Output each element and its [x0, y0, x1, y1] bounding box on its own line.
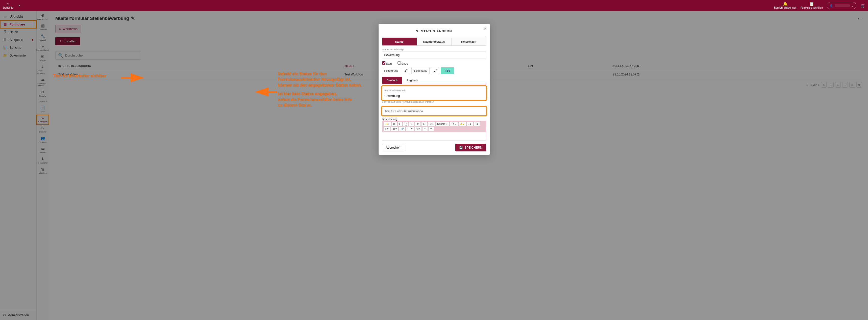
user-menu[interactable]: 👤 ⌄ — [827, 2, 857, 9]
rte-table[interactable]: ▦ ▾ — [391, 127, 399, 131]
rte-ol[interactable]: 1≡ — [473, 122, 480, 126]
annotation-left: Titel für Mitarbeiter sichtbar — [53, 73, 106, 79]
rte-sub[interactable]: X₂ — [421, 122, 428, 126]
save-icon: 💾 — [459, 146, 463, 150]
rte-size[interactable]: 14 ▾ — [450, 122, 458, 126]
rte-body[interactable] — [382, 132, 486, 141]
font-color-field[interactable]: Schriftfarbe — [411, 67, 430, 74]
cb-end-label: Ende — [402, 62, 408, 65]
checkbox-end[interactable] — [398, 61, 401, 65]
cart-icon[interactable]: 🛒 — [861, 3, 866, 8]
rte-clear[interactable]: ⌫ — [428, 122, 435, 126]
rte-link[interactable]: 🔗 — [399, 127, 406, 131]
rte-toolbar: ✨▾ B I U S X² X₂ ⌫ Roboto ▾ 14 ▾ A ▾ • ≡… — [382, 121, 486, 132]
lang-englisch[interactable]: Englisch — [402, 77, 423, 84]
checkbox-start-wrap[interactable]: Start — [382, 61, 392, 65]
user-name-blurred — [835, 4, 850, 7]
pencil-icon: ✎ — [416, 29, 419, 33]
modal-tabs: Status Nachfolgestatus Referenzen — [382, 38, 486, 46]
topbar: ⌂ Startseite 🔔 Benachrichtigungen 📋 Form… — [0, 0, 868, 11]
rte-undo[interactable]: ↶ — [422, 127, 428, 131]
annotation-right: Sobald ein Status für den Formularausfül… — [278, 71, 384, 108]
rte-font[interactable]: Roboto ▾ — [435, 122, 449, 126]
titel-formausfull-input[interactable] — [382, 108, 486, 115]
title-preview-chip: Title — [441, 67, 454, 74]
tab-referenzen[interactable]: Referenzen — [451, 38, 486, 45]
checkbox-end-wrap[interactable]: Ende — [398, 61, 408, 65]
fill-forms-label: Formulare ausfüllen — [801, 6, 823, 9]
rte-ul[interactable]: • ≡ — [466, 122, 473, 126]
fill-forms-button[interactable]: 📋 Formulare ausfüllen — [801, 2, 823, 9]
fc-label: Schriftfarbe — [414, 69, 427, 72]
notifications-label: Benachrichtigungen — [774, 6, 796, 9]
cb-start-label: Start — [386, 62, 392, 65]
rte-align[interactable]: ≡ ▾ — [383, 127, 391, 131]
rte-line[interactable]: — ▾ — [406, 127, 414, 131]
rte-magic[interactable]: ✨▾ — [383, 122, 391, 126]
internal-label: Interne Bezeichnung* — [382, 48, 486, 51]
save-label: SPEICHERN — [464, 146, 482, 150]
tab-nachfolgestatus[interactable]: Nachfolgestatus — [417, 38, 451, 45]
rte-redo[interactable]: ↷ — [428, 127, 434, 131]
notifications-button[interactable]: 🔔 Benachrichtigungen — [774, 2, 796, 9]
titel-mitarbeitende-input[interactable] — [382, 92, 486, 99]
titel-mitarbeitende-box: Titel für Mitarbeitende — [382, 86, 486, 100]
arrow-left — [121, 73, 147, 83]
lang-deutsch[interactable]: Deutsch — [382, 77, 402, 84]
rte-underline[interactable]: U — [403, 122, 408, 126]
rte-code[interactable]: </> — [415, 127, 422, 131]
modal-title-text: STATUS ÄNDERN — [421, 29, 452, 33]
home-icon: ⌂ — [6, 2, 9, 6]
language-tabs: Deutsch Englisch — [382, 77, 486, 84]
chevron-down-icon: ⌄ — [851, 4, 854, 7]
rte-italic[interactable]: I — [398, 122, 403, 126]
rte-sup[interactable]: X² — [415, 122, 421, 126]
checkbox-start[interactable] — [382, 61, 385, 65]
status-modal: ✕ ✎ STATUS ÄNDERN Status Nachfolgestatus… — [378, 24, 490, 155]
background-color-field[interactable]: Hintergrund — [382, 67, 401, 74]
modal-title: ✎ STATUS ÄNDERN — [378, 24, 490, 38]
home-label: Startseite — [2, 6, 13, 9]
user-icon: 👤 — [830, 4, 833, 7]
bg-colorpicker-button[interactable]: 🖌 — [402, 67, 410, 74]
titel-note: Der Titel darf keine (") Anführungszeich… — [382, 101, 486, 103]
arrow-right — [255, 87, 278, 97]
home-button[interactable]: ⌂ Startseite — [2, 2, 13, 9]
tab-close-icon[interactable] — [19, 5, 20, 6]
save-button[interactable]: 💾 SPEICHERN — [455, 144, 486, 152]
beschreibung-label: Beschreibung — [382, 118, 486, 121]
rte-color[interactable]: A ▾ — [459, 122, 466, 126]
clipboard-icon: 📋 — [809, 2, 814, 6]
bell-icon: 🔔 — [783, 2, 788, 6]
internal-input[interactable] — [382, 51, 486, 59]
cancel-button[interactable]: Abbrechen — [382, 144, 404, 152]
titel-formausfull-box — [382, 107, 486, 115]
bg-label: Hintergrund — [384, 69, 398, 72]
titel-mitarbeitende-label: Titel für Mitarbeitende — [382, 89, 486, 92]
tab-status[interactable]: Status — [382, 38, 417, 45]
rte-strike[interactable]: S — [409, 122, 414, 126]
rte-bold[interactable]: B — [392, 122, 397, 126]
font-colorpicker-button[interactable]: 🖌 — [431, 67, 439, 74]
close-button[interactable]: ✕ — [484, 26, 487, 31]
